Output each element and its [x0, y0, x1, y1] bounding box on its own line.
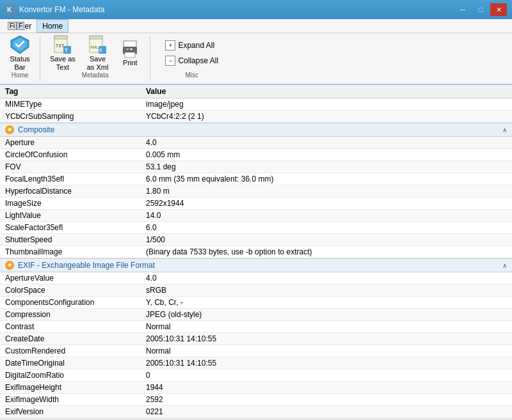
- svg-rect-10: [90, 36, 102, 39]
- save-as-text-button[interactable]: TXT T Save asText: [45, 36, 80, 70]
- exif-section-icon: ☀: [5, 261, 14, 270]
- ribbon-group-misc-label: Misc: [185, 72, 198, 79]
- table-row: ExifImageWidth 2592: [0, 394, 512, 406]
- table-row: YCbCrSubSampling YCbCr4:2:2 (2 1): [0, 111, 512, 123]
- table-row: ExifVersion 0221: [0, 406, 512, 418]
- exif-chevron-icon: ∧: [502, 262, 507, 269]
- ribbon-group-home-label: Home: [12, 72, 29, 79]
- tag-column-header: Tag: [5, 87, 146, 96]
- table-row: CircleOfConfusion 0.005 mm: [0, 149, 512, 161]
- table-row: ShutterSpeed 1/500: [0, 234, 512, 246]
- minimize-button[interactable]: ─: [454, 3, 471, 16]
- expand-all-label: Expand All: [178, 41, 214, 50]
- svg-text:TXT: TXT: [56, 43, 65, 48]
- save-as-xml-button[interactable]: XML X Saveas Xml: [83, 36, 113, 70]
- svg-text:XML: XML: [90, 45, 99, 49]
- composite-section-icon: ☀: [5, 125, 14, 134]
- table-row: MIMEType image/jpeg: [0, 98, 512, 111]
- ribbon-group-metadata: TXT T Save asText XML: [40, 36, 150, 81]
- composite-chevron-icon: ∧: [502, 127, 507, 134]
- title-bar: K Konvertor FM - Metadata ─ □ ✕: [0, 0, 512, 19]
- svg-rect-17: [126, 49, 129, 50]
- expand-icon: +: [165, 40, 175, 51]
- expand-collapse-group: + Expand All − Collapse All: [156, 36, 228, 70]
- print-button[interactable]: Print: [115, 36, 145, 70]
- maximize-button[interactable]: □: [472, 3, 489, 16]
- collapse-all-label: Collapse All: [178, 56, 218, 65]
- table-row: DateTimeOriginal 2005:10:31 14:10:55: [0, 357, 512, 369]
- table-row: ComponentsConfiguration Y, Cb, Cr, -: [0, 297, 512, 309]
- table-row: Compression JPEG (old-style): [0, 309, 512, 321]
- table-row: ApertureValue 4.0: [0, 272, 512, 284]
- close-button[interactable]: ✕: [490, 3, 507, 16]
- table-header: Tag Value: [0, 85, 512, 98]
- menu-bar: FiFer Home: [0, 19, 512, 33]
- svg-rect-16: [125, 52, 135, 58]
- table-row: CustomRendered Normal: [0, 345, 512, 357]
- window-title: Konvertor FM - Metadata: [19, 5, 104, 14]
- collapse-icon: −: [165, 56, 175, 66]
- collapse-all-button[interactable]: − Collapse All: [161, 54, 223, 68]
- composite-section-label: Composite: [18, 125, 54, 134]
- table-row: DigitalZoomRatio 0: [0, 369, 512, 382]
- exif-section-header[interactable]: ☀ EXIF - Exchangeable Image File Format …: [0, 258, 512, 272]
- expand-all-button[interactable]: + Expand All: [161, 38, 223, 52]
- ribbon-group-home: StatusBar Home: [0, 36, 40, 81]
- table-row: FocalLength35efl 6.0 mm (35 mm equivalen…: [0, 173, 512, 185]
- composite-section-header[interactable]: ☀ Composite ∧: [0, 123, 512, 137]
- ribbon-group-metadata-label: Metadata: [82, 72, 109, 79]
- table-row: FOV 53.1 deg: [0, 161, 512, 173]
- ribbon-group-misc: + Expand All − Collapse All Misc: [150, 36, 233, 81]
- value-column-header: Value: [146, 87, 507, 96]
- table-row: ScaleFactor35efl 6.0: [0, 222, 512, 234]
- table-row: Aperture 4.0: [0, 137, 512, 149]
- status-bar-button[interactable]: StatusBar: [5, 36, 35, 70]
- table-row: ThumbnailImage (Binary data 7533 bytes, …: [0, 246, 512, 258]
- table-row: Contrast Normal: [0, 321, 512, 333]
- table-row: ColorSpace sRGB: [0, 284, 512, 297]
- table-row: ImageSize 2592x1944: [0, 198, 512, 210]
- svg-text:K: K: [7, 6, 12, 13]
- svg-rect-5: [54, 36, 67, 39]
- table-row: HyperfocalDistance 1.80 m: [0, 185, 512, 198]
- svg-text:T: T: [65, 47, 68, 53]
- print-label: Print: [123, 59, 138, 67]
- menu-fifer[interactable]: FiFer: [3, 19, 36, 33]
- exif-section-label: EXIF - Exchangeable Image File Format: [18, 261, 155, 270]
- window-controls[interactable]: ─ □ ✕: [454, 3, 507, 16]
- ribbon: StatusBar Home TXT T: [0, 33, 512, 85]
- menu-home[interactable]: Home: [36, 19, 68, 33]
- table-row: LightValue 14.0: [0, 210, 512, 222]
- app-icon: K: [5, 4, 15, 15]
- svg-text:X: X: [99, 48, 102, 52]
- table-row: CreateDate 2005:10:31 14:10:55: [0, 333, 512, 345]
- svg-rect-18: [130, 49, 132, 50]
- main-content[interactable]: MIMEType image/jpeg YCbCrSubSampling YCb…: [0, 98, 512, 419]
- table-row: ExifImageHeight 1944: [0, 382, 512, 394]
